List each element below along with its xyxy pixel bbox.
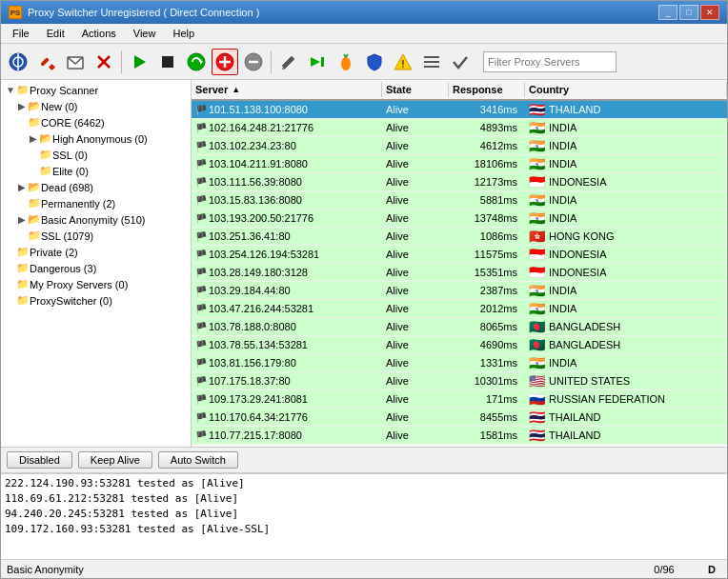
menu-view[interactable]: View xyxy=(126,26,164,41)
flag-icon: 🇹🇭 xyxy=(529,428,545,443)
proxy-icon: 🏴 xyxy=(195,213,207,224)
shield-button[interactable] xyxy=(361,49,388,75)
sidebar-item-my-proxy[interactable]: 📁 My Proxy Servers (0) xyxy=(14,276,189,292)
import-button[interactable] xyxy=(62,49,89,75)
remove-button[interactable] xyxy=(240,49,267,75)
edit-button[interactable] xyxy=(275,49,302,75)
toolbar-sep-1 xyxy=(121,50,122,73)
disabled-button[interactable]: Disabled xyxy=(7,451,72,469)
add-button[interactable] xyxy=(212,49,238,75)
stop-button[interactable] xyxy=(154,49,181,75)
close-button[interactable]: ✕ xyxy=(700,5,719,20)
connect-button[interactable] xyxy=(304,49,331,75)
table-row[interactable]: 🏴 101.51.138.100:8080 Alive 3416ms 🇹🇭 TH… xyxy=(192,101,727,119)
menu-file[interactable]: File xyxy=(5,26,37,41)
play-button[interactable] xyxy=(126,49,152,75)
sidebar-item-ssl[interactable]: 📁 SSL (0) xyxy=(37,147,189,163)
sidebar-item-core[interactable]: 📁 CORE (6462) xyxy=(26,114,189,130)
table-row[interactable]: 🏴 110.77.215.17:8080 Alive 1581ms 🇹🇭 THA… xyxy=(192,427,727,445)
table-row[interactable]: 🏴 102.164.248.21:21776 Alive 4893ms 🇮🇳 I… xyxy=(192,119,727,137)
td-country: 🇮🇳 INDIA xyxy=(525,282,727,299)
td-country: 🇹🇭 THAILAND xyxy=(525,409,727,426)
table-row[interactable]: 🏴 103.28.149.180:3128 Alive 15351ms 🇮🇩 I… xyxy=(192,264,727,282)
sidebar-item-dangerous[interactable]: 📁 Dangerous (3) xyxy=(14,260,189,276)
table-row[interactable]: 🏴 103.47.216.244:53281 Alive 2012ms 🇮🇳 I… xyxy=(192,300,727,318)
table-row[interactable]: 🏴 103.102.234.23:80 Alive 4612ms 🇮🇳 INDI… xyxy=(192,137,727,155)
td-server: 🏴 107.175.18.37:80 xyxy=(192,374,382,388)
minimize-button[interactable]: _ xyxy=(658,5,677,20)
th-response[interactable]: Response xyxy=(449,82,525,97)
table-row[interactable]: 🏴 103.15.83.136:8080 Alive 5881ms 🇮🇳 IND… xyxy=(192,191,727,210)
tree-label-dang: Dangerous (3) xyxy=(30,263,96,274)
tree-toggle-ha[interactable]: ▶ xyxy=(28,133,39,145)
td-response: 12173ms xyxy=(449,175,525,189)
table-row[interactable]: 🏴 103.104.211.91:8080 Alive 18106ms 🇮🇳 I… xyxy=(192,155,727,173)
sidebar-item-basic-anon[interactable]: ▶ 📂 Basic Anonymity (510) xyxy=(14,211,189,228)
svg-rect-4 xyxy=(49,63,55,70)
flag-icon: 🇮🇳 xyxy=(529,156,545,171)
sidebar-item-permanently[interactable]: 📁 Permanently (2) xyxy=(26,195,189,211)
proxy-settings-button[interactable] xyxy=(5,49,31,75)
sidebar-item-elite[interactable]: 📁 Elite (0) xyxy=(37,163,189,179)
menu-actions[interactable]: Actions xyxy=(74,26,124,41)
filter-input[interactable] xyxy=(483,51,617,72)
tree-toggle-new[interactable]: ▶ xyxy=(16,101,28,112)
carrot-button[interactable] xyxy=(333,49,359,75)
test-proxy-button[interactable] xyxy=(33,49,60,75)
keep-alive-button[interactable]: Keep Alive xyxy=(78,451,152,469)
table-row[interactable]: 🏴 103.193.200.50:21776 Alive 13748ms 🇮🇳 … xyxy=(192,210,727,228)
refresh-button[interactable] xyxy=(183,49,210,75)
flag-icon: 🇮🇩 xyxy=(529,174,545,190)
filter-area xyxy=(483,51,723,72)
td-country: 🇮🇳 INDIA xyxy=(525,119,727,136)
table-row[interactable]: 🏴 107.175.18.37:80 Alive 10301ms 🇺🇸 UNIT… xyxy=(192,372,727,390)
sidebar-item-high-anon[interactable]: ▶ 📂 High Anonymous (0) xyxy=(26,130,189,147)
table-row[interactable]: 🏴 103.251.36.41:80 Alive 1086ms 🇭🇰 HONG … xyxy=(192,228,727,246)
sidebar-item-new[interactable]: ▶ 📂 New (0) xyxy=(14,98,189,114)
th-state[interactable]: State xyxy=(382,82,449,97)
table-row[interactable]: 🏴 103.81.156.179:80 Alive 1331ms 🇮🇳 INDI… xyxy=(192,354,727,372)
th-server[interactable]: Server ▲ xyxy=(192,82,382,97)
table-row[interactable]: 🏴 109.173.29.241:8081 Alive 171ms 🇷🇺 RUS… xyxy=(192,390,727,409)
proxy-icon: 🏴 xyxy=(195,123,207,133)
table-row[interactable]: 🏴 103.254.126.194:53281 Alive 11575ms 🇮🇩… xyxy=(192,246,727,264)
tree-toggle[interactable]: ▼ xyxy=(5,85,16,96)
flag-icon: 🇮🇳 xyxy=(529,138,545,153)
table-row[interactable]: 🏴 103.111.56.39:8080 Alive 12173ms 🇮🇩 IN… xyxy=(192,173,727,191)
folder-icon-ssl: 📁 xyxy=(39,149,52,161)
tree-indent-dead: 📁 Permanently (2) xyxy=(14,195,189,211)
sidebar-item-dead[interactable]: ▶ 📂 Dead (698) xyxy=(14,179,189,195)
tree-label-core: CORE (6462) xyxy=(41,117,105,129)
delete-button[interactable] xyxy=(91,49,117,75)
menu-help[interactable]: Help xyxy=(165,26,202,41)
td-server: 🏴 103.251.36.41:80 xyxy=(192,230,382,243)
auto-switch-button[interactable]: Auto Switch xyxy=(158,451,238,469)
svg-rect-25 xyxy=(424,56,439,58)
check-button[interactable] xyxy=(447,49,474,75)
alert-button[interactable]: ! xyxy=(390,49,416,75)
sidebar-item-private[interactable]: 📁 Private (2) xyxy=(14,244,189,260)
flag-icon: 🇮🇳 xyxy=(529,301,545,316)
td-country: 🇮🇳 INDIA xyxy=(525,210,727,227)
table-row[interactable]: 🏴 103.29.184.44:80 Alive 2387ms 🇮🇳 INDIA xyxy=(192,282,727,300)
sidebar-item-proxy-scanner[interactable]: ▼ 📁 Proxy Scanner xyxy=(3,82,189,98)
td-response: 18106ms xyxy=(449,157,525,170)
table-row[interactable]: 🏴 103.78.55.134:53281 Alive 4690ms 🇧🇩 BA… xyxy=(192,336,727,354)
menu-edit[interactable]: Edit xyxy=(39,26,72,41)
sidebar-item-proxyswitcher[interactable]: 📁 ProxySwitcher (0) xyxy=(14,292,189,309)
th-country[interactable]: Country xyxy=(525,82,727,97)
folder-icon-elite: 📁 xyxy=(39,165,52,177)
tree-toggle-ba[interactable]: ▶ xyxy=(16,214,28,226)
table-row[interactable]: 🏴 110.170.64.34:21776 Alive 8455ms 🇹🇭 TH… xyxy=(192,409,727,427)
td-server: 🏴 103.28.149.180:3128 xyxy=(192,266,382,279)
td-response: 1086ms xyxy=(449,230,525,243)
sidebar-item-ssl2[interactable]: 📁 SSL (1079) xyxy=(26,228,189,244)
tree-label: Proxy Scanner xyxy=(30,85,98,96)
list-button[interactable] xyxy=(418,49,445,75)
maximize-button[interactable]: □ xyxy=(679,5,698,20)
status-mid: 0/96 xyxy=(626,564,702,575)
td-country: 🇧🇩 BANGLADESH xyxy=(525,318,727,335)
tree-toggle-dead[interactable]: ▶ xyxy=(16,182,28,193)
sort-arrow: ▲ xyxy=(232,85,240,94)
table-row[interactable]: 🏴 103.78.188.0:8080 Alive 8065ms 🇧🇩 BANG… xyxy=(192,318,727,336)
